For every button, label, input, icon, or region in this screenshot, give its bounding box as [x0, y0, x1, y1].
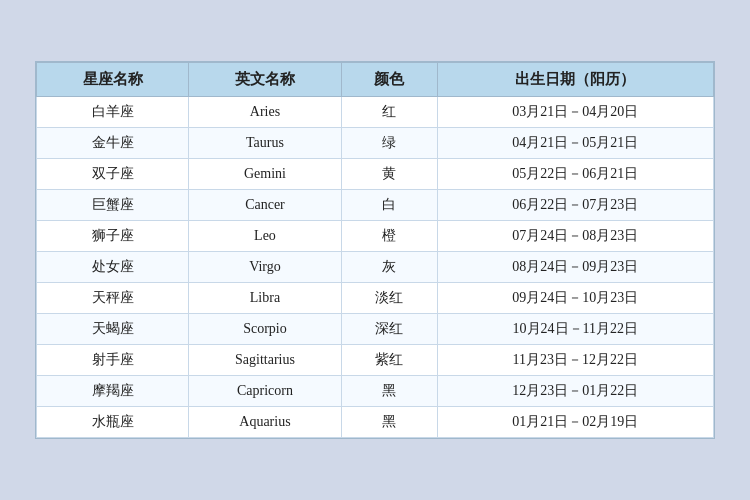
cell-7-0: 天蝎座 — [37, 314, 189, 345]
cell-3-3: 06月22日－07月23日 — [437, 190, 713, 221]
header-cell-0: 星座名称 — [37, 63, 189, 97]
cell-2-0: 双子座 — [37, 159, 189, 190]
cell-6-3: 09月24日－10月23日 — [437, 283, 713, 314]
table-row: 水瓶座Aquarius黑01月21日－02月19日 — [37, 407, 714, 438]
table-row: 射手座Sagittarius紫红11月23日－12月22日 — [37, 345, 714, 376]
cell-8-2: 紫红 — [341, 345, 437, 376]
table-row: 天蝎座Scorpio深红10月24日－11月22日 — [37, 314, 714, 345]
cell-1-3: 04月21日－05月21日 — [437, 128, 713, 159]
header-row: 星座名称英文名称颜色出生日期（阳历） — [37, 63, 714, 97]
cell-10-1: Aquarius — [189, 407, 341, 438]
cell-3-2: 白 — [341, 190, 437, 221]
cell-2-1: Gemini — [189, 159, 341, 190]
table-row: 巨蟹座Cancer白06月22日－07月23日 — [37, 190, 714, 221]
cell-5-1: Virgo — [189, 252, 341, 283]
cell-9-0: 摩羯座 — [37, 376, 189, 407]
cell-3-1: Cancer — [189, 190, 341, 221]
table-row: 狮子座Leo橙07月24日－08月23日 — [37, 221, 714, 252]
header-cell-2: 颜色 — [341, 63, 437, 97]
cell-4-1: Leo — [189, 221, 341, 252]
cell-8-1: Sagittarius — [189, 345, 341, 376]
cell-9-2: 黑 — [341, 376, 437, 407]
cell-4-0: 狮子座 — [37, 221, 189, 252]
cell-8-3: 11月23日－12月22日 — [437, 345, 713, 376]
table-body: 白羊座Aries红03月21日－04月20日金牛座Taurus绿04月21日－0… — [37, 97, 714, 438]
cell-6-2: 淡红 — [341, 283, 437, 314]
cell-7-1: Scorpio — [189, 314, 341, 345]
cell-0-1: Aries — [189, 97, 341, 128]
cell-9-3: 12月23日－01月22日 — [437, 376, 713, 407]
cell-4-2: 橙 — [341, 221, 437, 252]
table-row: 金牛座Taurus绿04月21日－05月21日 — [37, 128, 714, 159]
cell-10-2: 黑 — [341, 407, 437, 438]
cell-6-1: Libra — [189, 283, 341, 314]
table-row: 处女座Virgo灰08月24日－09月23日 — [37, 252, 714, 283]
cell-4-3: 07月24日－08月23日 — [437, 221, 713, 252]
cell-3-0: 巨蟹座 — [37, 190, 189, 221]
table-row: 双子座Gemini黄05月22日－06月21日 — [37, 159, 714, 190]
table-row: 白羊座Aries红03月21日－04月20日 — [37, 97, 714, 128]
cell-5-0: 处女座 — [37, 252, 189, 283]
zodiac-table-container: 星座名称英文名称颜色出生日期（阳历） 白羊座Aries红03月21日－04月20… — [35, 61, 715, 439]
cell-1-0: 金牛座 — [37, 128, 189, 159]
cell-7-2: 深红 — [341, 314, 437, 345]
cell-8-0: 射手座 — [37, 345, 189, 376]
cell-1-1: Taurus — [189, 128, 341, 159]
cell-5-3: 08月24日－09月23日 — [437, 252, 713, 283]
cell-10-0: 水瓶座 — [37, 407, 189, 438]
table-row: 天秤座Libra淡红09月24日－10月23日 — [37, 283, 714, 314]
cell-0-0: 白羊座 — [37, 97, 189, 128]
cell-6-0: 天秤座 — [37, 283, 189, 314]
cell-9-1: Capricorn — [189, 376, 341, 407]
cell-0-2: 红 — [341, 97, 437, 128]
table-row: 摩羯座Capricorn黑12月23日－01月22日 — [37, 376, 714, 407]
cell-7-3: 10月24日－11月22日 — [437, 314, 713, 345]
zodiac-table: 星座名称英文名称颜色出生日期（阳历） 白羊座Aries红03月21日－04月20… — [36, 62, 714, 438]
cell-1-2: 绿 — [341, 128, 437, 159]
header-cell-3: 出生日期（阳历） — [437, 63, 713, 97]
cell-2-3: 05月22日－06月21日 — [437, 159, 713, 190]
cell-10-3: 01月21日－02月19日 — [437, 407, 713, 438]
header-cell-1: 英文名称 — [189, 63, 341, 97]
cell-5-2: 灰 — [341, 252, 437, 283]
cell-2-2: 黄 — [341, 159, 437, 190]
cell-0-3: 03月21日－04月20日 — [437, 97, 713, 128]
table-header: 星座名称英文名称颜色出生日期（阳历） — [37, 63, 714, 97]
